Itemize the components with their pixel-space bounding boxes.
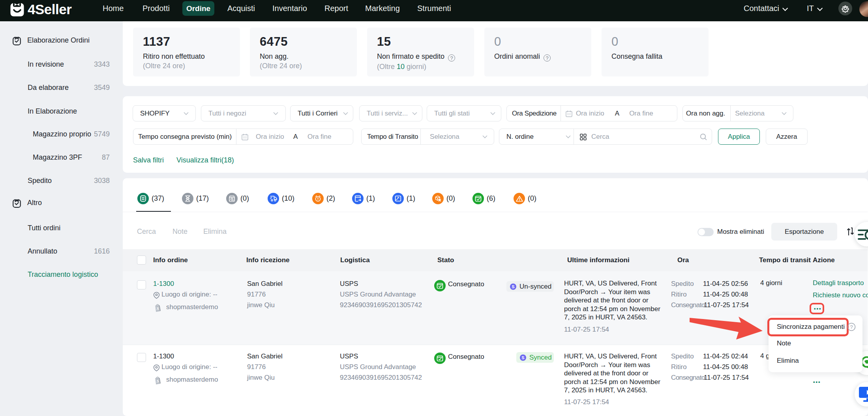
svg-text:S: S: [156, 306, 159, 311]
svg-text:S: S: [156, 379, 159, 383]
svg-text:?: ?: [850, 324, 853, 330]
